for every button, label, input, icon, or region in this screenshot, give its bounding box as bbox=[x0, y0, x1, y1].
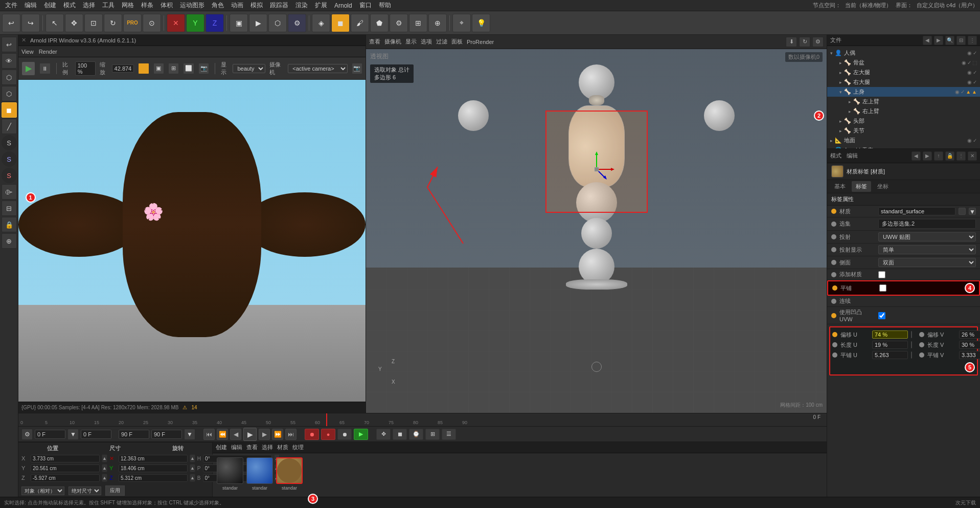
psr-z-pos[interactable] bbox=[31, 474, 100, 482]
sb-edge[interactable]: ⬡ bbox=[2, 86, 17, 101]
render-region-button[interactable]: ▣ bbox=[230, 14, 248, 32]
tree-item-left-thigh[interactable]: ▸ 🦴 左大腿 ◉ ✓ bbox=[827, 68, 980, 77]
menu-select[interactable]: 选择 bbox=[80, 0, 98, 11]
psr-apply-btn[interactable]: 应用 bbox=[105, 485, 125, 496]
bc-settings-btn[interactable]: ⚙ bbox=[21, 429, 33, 440]
vp-btn-settings[interactable]: ⚙ bbox=[812, 37, 824, 47]
tag-proj-select[interactable]: UWW 贴图 bbox=[878, 232, 976, 241]
hp-tilev-input[interactable] bbox=[959, 351, 980, 359]
null-button[interactable]: ◈ bbox=[312, 14, 330, 32]
psr-x-size-up[interactable]: ▲ bbox=[190, 454, 195, 462]
psr-x-size[interactable] bbox=[119, 455, 188, 462]
light-button[interactable]: 💡 bbox=[472, 14, 490, 32]
psr-y-pos-up[interactable]: ▲ bbox=[102, 464, 107, 472]
sb-line[interactable]: ╱ bbox=[2, 119, 17, 134]
hp-offsetu-btn[interactable] bbox=[911, 331, 912, 338]
mat-menu-create[interactable]: 创建 bbox=[216, 444, 227, 451]
hp-offsetu-input[interactable] bbox=[872, 330, 908, 339]
rotate-tool-button[interactable]: ↻ bbox=[104, 14, 122, 32]
ipr-color-btn[interactable] bbox=[138, 63, 149, 74]
hp-offsetv-input[interactable] bbox=[959, 330, 980, 339]
menu-create[interactable]: 创建 bbox=[41, 0, 59, 11]
vp-btn-icons[interactable]: ⬇ bbox=[786, 37, 797, 47]
hp-tileu-input[interactable] bbox=[872, 351, 908, 359]
psr-x-pos-up[interactable]: ▲ bbox=[102, 454, 107, 462]
ipr-scale-value[interactable]: 100 % bbox=[75, 61, 96, 76]
ipr-photo-btn[interactable]: 📷 bbox=[198, 63, 209, 74]
vp-menu-filter[interactable]: 过滤 bbox=[436, 38, 447, 46]
ipr-menu-view[interactable]: View bbox=[21, 49, 34, 55]
bc-prev-frame[interactable]: ⏪ bbox=[217, 429, 228, 440]
axis-z-button[interactable]: Z bbox=[206, 14, 224, 32]
bc-grid-btn[interactable]: ⊞ bbox=[425, 429, 440, 440]
tag-tile-checkbox[interactable] bbox=[879, 284, 886, 292]
undo-button[interactable]: ↩ bbox=[2, 14, 20, 32]
vp-menu-camera[interactable]: 摄像机 bbox=[384, 38, 401, 46]
sb-layers[interactable]: ⊟ bbox=[2, 201, 17, 216]
psr-z-pos-up[interactable]: ▲ bbox=[102, 474, 107, 482]
props-subtab-tag[interactable]: 标签 bbox=[852, 181, 871, 192]
paint-button[interactable]: 🖌 bbox=[351, 14, 369, 32]
menu-tracker[interactable]: 跟踪器 bbox=[267, 0, 291, 11]
sculpt-button[interactable]: ⬟ bbox=[370, 14, 389, 32]
snap-button[interactable]: ⊕ bbox=[428, 14, 447, 32]
rph-btn-1[interactable]: ◀ bbox=[923, 36, 932, 45]
rph-btn-filter[interactable]: ⊟ bbox=[956, 36, 966, 45]
axis-y-button[interactable]: Y bbox=[186, 14, 204, 32]
tree-item-left-arm[interactable]: ▸ 🦴 左上臂 bbox=[827, 97, 980, 106]
tree-item-ground[interactable]: ▸ 📐 地面 ◉ ✓ bbox=[827, 136, 980, 145]
ipr-close-btn[interactable]: ✕ bbox=[21, 37, 26, 43]
tag-mat-btn[interactable] bbox=[959, 208, 966, 215]
tree-item-joint[interactable]: ▸ 🦴 关节 bbox=[827, 126, 980, 136]
menu-spline[interactable]: 样条 bbox=[138, 0, 156, 11]
sb-s1[interactable]: S bbox=[2, 135, 17, 150]
props-fwd-btn[interactable]: ▶ bbox=[923, 151, 932, 161]
props-subtab-basic[interactable]: 基本 bbox=[830, 181, 850, 192]
hp-lengthv-input[interactable] bbox=[959, 341, 980, 349]
mat-menu-texture[interactable]: 纹理 bbox=[292, 444, 304, 451]
axis-x-button[interactable]: ✕ bbox=[167, 14, 185, 32]
menu-render[interactable]: 渲染 bbox=[292, 0, 311, 11]
tag-side-select[interactable]: 双面 bbox=[878, 258, 976, 267]
bc-next-key[interactable]: ▶ bbox=[259, 429, 270, 440]
bc-next-frame[interactable]: ⏩ bbox=[272, 429, 283, 440]
rph-btn-search[interactable]: 🔍 bbox=[945, 36, 954, 45]
menu-volume[interactable]: 体积 bbox=[157, 0, 176, 11]
ipr-grid-btn2[interactable]: ⊞ bbox=[168, 63, 179, 74]
bc-list-btn[interactable]: ☰ bbox=[442, 429, 456, 440]
magnet-button[interactable]: ⌖ bbox=[452, 14, 471, 32]
psr-z-size-up[interactable]: ▲ bbox=[190, 474, 195, 482]
viewport-3d[interactable]: 透视图 数以摄像机0 选取对象 总计 多边形 6 bbox=[366, 49, 827, 413]
bc-cube-btn[interactable]: ◼ bbox=[393, 429, 407, 440]
bc-goto-start[interactable]: ⏮ bbox=[203, 429, 215, 440]
bc-down-btn2[interactable]: ▼ bbox=[184, 429, 195, 440]
bc-goto-end[interactable]: ⏭ bbox=[285, 429, 297, 440]
menu-animate[interactable]: 动画 bbox=[228, 0, 246, 11]
scale-tool-button[interactable]: ⊡ bbox=[84, 14, 103, 32]
bc-auto-btn[interactable]: ⏺ bbox=[337, 429, 352, 440]
vp-menu-prorender[interactable]: ProRender bbox=[467, 39, 494, 45]
sb-active[interactable]: ◼ bbox=[2, 102, 17, 118]
hp-tileu-btn[interactable] bbox=[911, 351, 912, 359]
bc-record-btn[interactable]: ⏺ bbox=[305, 429, 319, 440]
props-close-btn[interactable]: ✕ bbox=[968, 151, 977, 161]
play-button[interactable]: ▶ bbox=[249, 14, 267, 32]
pro-button[interactable]: PRO bbox=[123, 14, 142, 32]
tag-mat-btn2[interactable]: ▼ bbox=[969, 208, 976, 215]
tree-item-head[interactable]: ▸ 🦴 头部 bbox=[827, 116, 980, 126]
ipr-play-button[interactable]: ▶ bbox=[21, 61, 35, 76]
sb-hook[interactable]: ⌱ bbox=[2, 184, 17, 200]
psr-y-size[interactable] bbox=[119, 465, 188, 472]
bc-play-btn[interactable]: ▶ bbox=[243, 428, 257, 441]
sb-arrow[interactable]: ↩ bbox=[2, 37, 17, 52]
ipr-camera-select[interactable]: <active camera> bbox=[288, 64, 347, 73]
menu-help[interactable]: 帮助 bbox=[376, 0, 394, 11]
props-lock-btn[interactable]: 🔒 bbox=[945, 151, 954, 161]
menu-tools[interactable]: 工具 bbox=[99, 0, 118, 11]
transform-button[interactable]: ⊙ bbox=[143, 14, 161, 32]
vp-menu-options[interactable]: 选项 bbox=[421, 38, 432, 46]
sb-view[interactable]: 👁 bbox=[2, 53, 17, 69]
hp-lengthu-input[interactable] bbox=[872, 341, 908, 349]
mat-menu-select[interactable]: 选择 bbox=[262, 444, 273, 451]
ipr-display-select[interactable]: beauty bbox=[233, 64, 265, 73]
